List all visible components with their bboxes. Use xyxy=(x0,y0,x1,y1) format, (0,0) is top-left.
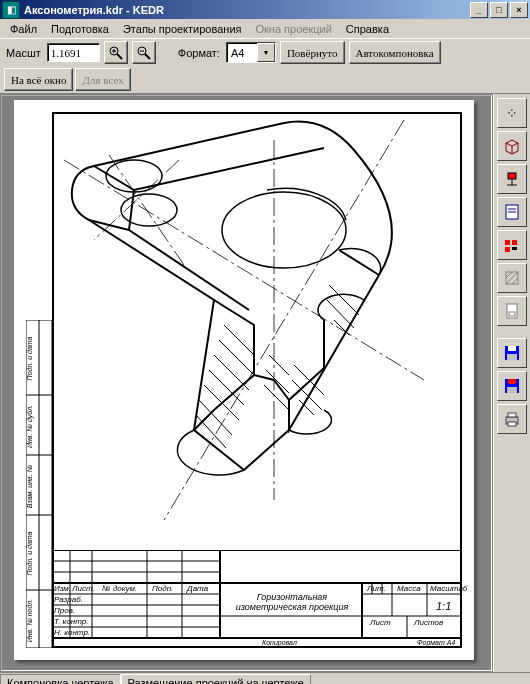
printer-icon xyxy=(503,410,521,428)
svg-rect-74 xyxy=(508,346,516,351)
status-tab-layout[interactable]: Компоновка чертежа xyxy=(0,674,121,684)
tool-print[interactable] xyxy=(497,404,527,434)
svg-rect-80 xyxy=(508,413,516,417)
svg-line-5 xyxy=(145,54,150,59)
tb-h-list: Лист. xyxy=(72,584,95,593)
svg-rect-75 xyxy=(507,354,517,360)
side-stamp: Подп. и дата Инв. № дубл. Взам. инв. № П… xyxy=(26,320,52,648)
svg-line-27 xyxy=(164,120,404,520)
tb-h-list2: Лист xyxy=(370,618,391,627)
svg-rect-64 xyxy=(512,240,517,245)
menu-prepare[interactable]: Подготовка xyxy=(45,21,115,37)
tool-save-red[interactable] xyxy=(497,371,527,401)
tool-doc[interactable] xyxy=(497,296,527,326)
zoom-in-button[interactable] xyxy=(104,41,128,64)
status-tab-placement[interactable]: Размещение проекций на чертеже xyxy=(121,674,311,684)
svg-line-12 xyxy=(214,355,249,390)
stand-icon xyxy=(503,170,521,188)
svg-rect-77 xyxy=(508,379,516,384)
format-value: А4 xyxy=(227,47,257,59)
side-label-3: Подп. и дата xyxy=(26,532,33,576)
side-label-1: Инв. № дубл. xyxy=(26,405,33,448)
tool-box[interactable] xyxy=(497,131,527,161)
tb-row-2: Т. контр. xyxy=(54,617,89,626)
app-icon: ◧ xyxy=(2,1,20,19)
titlebar: ◧ Аксонометрия.kdr - KEDR _ □ × xyxy=(0,0,530,19)
toolbar-main: Масшт Формат: А4 ▼ Повёрнуто Автокомпоно… xyxy=(0,38,530,66)
side-label-0: Подп. и дата xyxy=(26,337,33,381)
tb-row-0: Разраб. xyxy=(54,595,83,604)
workspace: Подп. и дата Инв. № дубл. Взам. инв. № П… xyxy=(0,93,530,672)
tb-caption: Горизонтальная изометрическая проекция xyxy=(227,592,357,612)
zoom-in-icon xyxy=(109,46,123,60)
svg-rect-66 xyxy=(512,247,517,250)
svg-line-69 xyxy=(506,272,518,284)
scale-label: Масшт xyxy=(4,47,43,59)
chevron-down-icon: ▼ xyxy=(257,43,275,62)
tb-h-data: Дата xyxy=(187,584,208,593)
box-icon xyxy=(503,137,521,155)
tb-h-listov: Листов xyxy=(414,618,443,627)
diskette-red-icon xyxy=(503,377,521,395)
close-button[interactable]: × xyxy=(510,2,528,18)
window-title: Аксонометрия.kdr - KEDR xyxy=(24,4,470,16)
svg-line-70 xyxy=(512,278,518,284)
svg-line-18 xyxy=(266,370,289,393)
zoom-out-button[interactable] xyxy=(132,41,156,64)
statusbar: Компоновка чертежа Размещение проекций н… xyxy=(0,672,530,684)
minimize-button[interactable]: _ xyxy=(470,2,488,18)
tool-grid[interactable] xyxy=(497,230,527,260)
tb-footer-r: Формат А4 xyxy=(417,639,455,646)
tb-h-podp: Подп. xyxy=(152,584,173,593)
tool-sheet[interactable] xyxy=(497,197,527,227)
tb-h-massa: Масса xyxy=(397,584,421,593)
canvas[interactable]: Подп. и дата Инв. № дубл. Взам. инв. № П… xyxy=(1,95,492,671)
svg-rect-57 xyxy=(508,173,516,179)
menu-stages[interactable]: Этапы проектирования xyxy=(117,21,248,37)
tb-h-masht: Масштаб xyxy=(430,584,467,593)
svg-rect-65 xyxy=(505,247,510,252)
menu-windows: Окна проекций xyxy=(250,21,338,37)
tool-save-blue[interactable] xyxy=(497,338,527,368)
toolbar-secondary: На всё окно Для всех xyxy=(0,66,530,93)
menu-help[interactable]: Справка xyxy=(340,21,395,37)
scale-input[interactable] xyxy=(47,43,100,62)
drawing-page: Подп. и дата Инв. № дубл. Взам. инв. № П… xyxy=(14,100,474,660)
side-toolbar: ⁘ xyxy=(493,94,530,672)
svg-point-9 xyxy=(222,192,346,268)
diskette-blue-icon xyxy=(503,344,521,362)
format-select[interactable]: А4 ▼ xyxy=(226,42,276,63)
tool-points[interactable]: ⁘ xyxy=(497,98,527,128)
tool-stand[interactable] xyxy=(497,164,527,194)
svg-point-7 xyxy=(121,194,177,226)
tb-scale: 1:1 xyxy=(436,600,451,612)
svg-point-8 xyxy=(106,160,162,192)
tb-h-lit: Лит. xyxy=(367,584,386,593)
doc-icon xyxy=(503,302,521,320)
svg-line-11 xyxy=(219,340,254,375)
grid-icon xyxy=(503,236,521,254)
tb-row-1: Пров. xyxy=(54,606,75,615)
maximize-button[interactable]: □ xyxy=(490,2,508,18)
svg-rect-63 xyxy=(505,240,510,245)
menu-file[interactable]: Файл xyxy=(4,21,43,37)
svg-line-10 xyxy=(224,325,254,355)
title-block: Изм. Лист. № докум. Подп. Дата Разраб. П… xyxy=(52,550,462,648)
rotate-button[interactable]: Повёрнуто xyxy=(280,41,345,64)
menubar: Файл Подготовка Этапы проектирования Окн… xyxy=(0,19,530,38)
svg-line-24 xyxy=(327,300,354,328)
hatch-icon xyxy=(503,269,521,287)
svg-line-68 xyxy=(506,272,512,278)
points-icon: ⁘ xyxy=(506,105,518,121)
zoom-out-icon xyxy=(137,46,151,60)
for-all-button: Для всех xyxy=(75,68,130,91)
autolayout-button[interactable]: Автокомпоновка xyxy=(349,41,441,64)
svg-rect-78 xyxy=(507,387,517,393)
tb-row-3: Н. контр. xyxy=(54,628,90,637)
tool-hatch[interactable] xyxy=(497,263,527,293)
side-label-2: Взам. инв. № xyxy=(26,465,33,508)
tb-footer-l: Копировал xyxy=(262,639,297,646)
fit-window-button[interactable]: На всё окно xyxy=(4,68,73,91)
side-label-4: Инв. № подл. xyxy=(26,599,33,642)
svg-line-15 xyxy=(199,400,232,435)
